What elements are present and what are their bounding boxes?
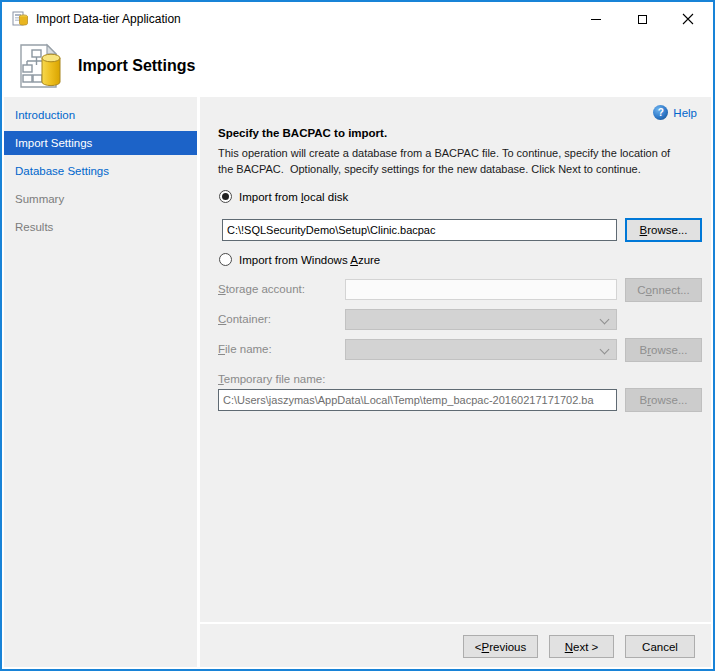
window-title: Import Data-tier Application [36,12,181,26]
page-title: Import Settings [78,57,195,75]
chevron-down-icon [600,315,610,325]
bacpac-path-input[interactable] [222,219,617,241]
sidebar-item-introduction[interactable]: Introduction [4,103,197,127]
temporary-file-name-input[interactable] [218,389,617,411]
sidebar-item-database-settings[interactable]: Database Settings [4,159,197,183]
file-name-label: File name: [218,343,272,355]
app-icon [12,11,29,28]
section-description-line2: the BACPAC. Optionally, specify settings… [218,163,641,175]
maximize-button[interactable] [619,4,665,34]
close-icon [682,13,694,25]
next-button[interactable]: Next > [549,635,614,658]
radio-unselected-icon [219,253,232,266]
wizard-steps-sidebar: Introduction Import Settings Database Se… [4,97,197,667]
radio-selected-icon [219,190,232,203]
window-controls [573,4,711,34]
footer-divider [200,622,711,624]
storage-account-label: Storage account: [218,283,305,295]
sidebar-item-summary: Summary [4,187,197,211]
help-link[interactable]: ? Help [653,105,697,120]
section-heading: Specify the BACPAC to import. [218,127,387,139]
browse-file-button: Browse... [625,338,702,362]
file-name-select [345,339,617,360]
import-from-local-disk-radio[interactable]: Import from local disk [219,190,348,203]
container-select [345,309,617,330]
import-settings-icon [16,42,64,90]
connect-button: Connect... [625,278,702,302]
import-settings-panel: ? Help Specify the BACPAC to import. Thi… [200,97,711,667]
local-disk-radio-label: Import from local disk [239,191,348,203]
browse-temporary-button: Browse... [625,388,702,412]
help-label: Help [673,107,697,119]
wizard-navigation: < Previous Next > Cancel [463,635,695,658]
maximize-icon [638,15,647,24]
container-label: Container: [218,313,271,325]
import-data-tier-application-window: Import Data-tier Application [0,0,715,671]
section-description-line1: This operation will create a database fr… [218,147,670,159]
minimize-button[interactable] [573,4,619,34]
temporary-file-name-label: Temporary file name: [218,373,325,385]
sidebar-item-import-settings[interactable]: Import Settings [4,131,197,155]
minimize-icon [591,19,601,20]
chevron-down-icon [600,345,610,355]
wizard-header: Import Settings [4,34,711,97]
import-from-windows-azure-radio[interactable]: Import from Windows Azure [219,253,380,266]
cancel-button[interactable]: Cancel [625,635,695,658]
close-button[interactable] [665,4,711,34]
sidebar-item-results: Results [4,215,197,239]
help-icon: ? [653,105,668,120]
previous-button[interactable]: < Previous [463,635,538,658]
browse-local-button[interactable]: Browse... [625,218,702,242]
azure-radio-label: Import from Windows Azure [239,254,380,266]
wizard-body: Introduction Import Settings Database Se… [4,97,711,667]
title-bar: Import Data-tier Application [4,4,711,34]
storage-account-input [345,279,617,300]
